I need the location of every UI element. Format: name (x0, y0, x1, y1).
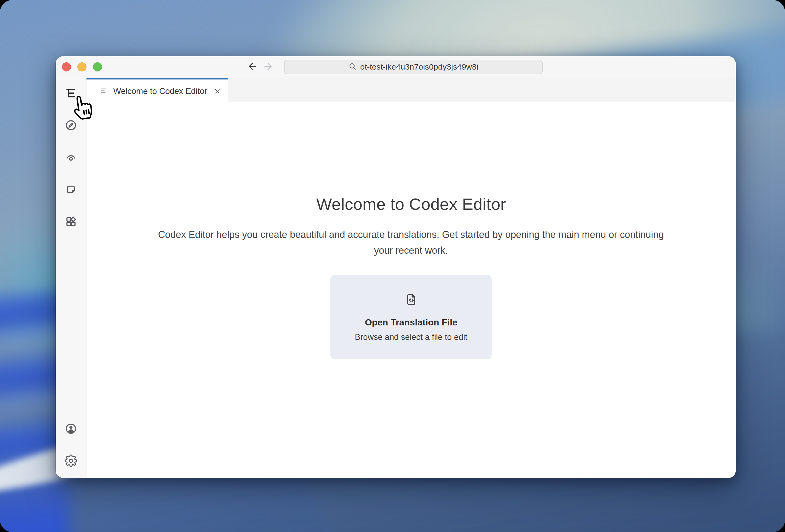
traffic-lights (62, 62, 102, 72)
open-translation-file-card[interactable]: Open Translation File Browse and select … (330, 275, 492, 360)
file-code-icon (404, 292, 418, 308)
zoom-window-button[interactable] (93, 62, 102, 72)
page-title: Welcome to Codex Editor (86, 194, 736, 214)
main-content: Welcome to Codex Editor Codex Editor hel… (86, 102, 736, 478)
window-toolbar: ot-test-ike4u3n7ois0pdy3js49w8i (56, 56, 736, 78)
sidebar-item-notes[interactable] (62, 181, 79, 198)
document-lines-icon (100, 87, 108, 96)
account-icon (65, 422, 77, 435)
app-window: ot-test-ike4u3n7ois0pdy3js49w8i Welcome … (56, 56, 736, 478)
close-tab-button[interactable] (213, 87, 222, 96)
tab-welcome[interactable]: Welcome to Codex Editor (86, 78, 228, 103)
page-description: Codex Editor helps you create beautiful … (157, 227, 665, 258)
tab-label: Welcome to Codex Editor (113, 86, 207, 96)
url-text: ot-test-ike4u3n7ois0pdy3js49w8i (360, 62, 478, 72)
activity-sidebar (56, 78, 86, 478)
sticky-note-icon (65, 183, 77, 196)
card-title: Open Translation File (365, 317, 458, 327)
sidebar-item-preview[interactable] (62, 149, 79, 166)
sidebar-item-extensions[interactable] (62, 213, 79, 230)
forward-button[interactable] (263, 61, 275, 73)
preview-eye-icon (65, 151, 77, 164)
card-subtitle: Browse and select a file to edit (355, 332, 467, 342)
sidebar-item-menu[interactable] (62, 85, 79, 102)
close-window-button[interactable] (62, 62, 71, 72)
magnifier-icon (348, 62, 357, 72)
menu-outline-icon (65, 87, 77, 99)
sidebar-item-account[interactable] (62, 420, 79, 437)
extensions-grid-icon (65, 215, 77, 228)
sidebar-item-explore[interactable] (62, 117, 79, 134)
sidebar-item-settings[interactable] (62, 452, 79, 469)
compass-icon (65, 119, 77, 132)
forward-arrow-icon (263, 61, 274, 73)
tab-bar: Welcome to Codex Editor (86, 78, 736, 103)
back-arrow-icon (246, 61, 257, 73)
minimize-window-button[interactable] (77, 62, 86, 72)
url-field[interactable]: ot-test-ike4u3n7ois0pdy3js49w8i (284, 60, 543, 74)
back-button[interactable] (246, 61, 258, 73)
settings-gear-icon (65, 454, 77, 467)
